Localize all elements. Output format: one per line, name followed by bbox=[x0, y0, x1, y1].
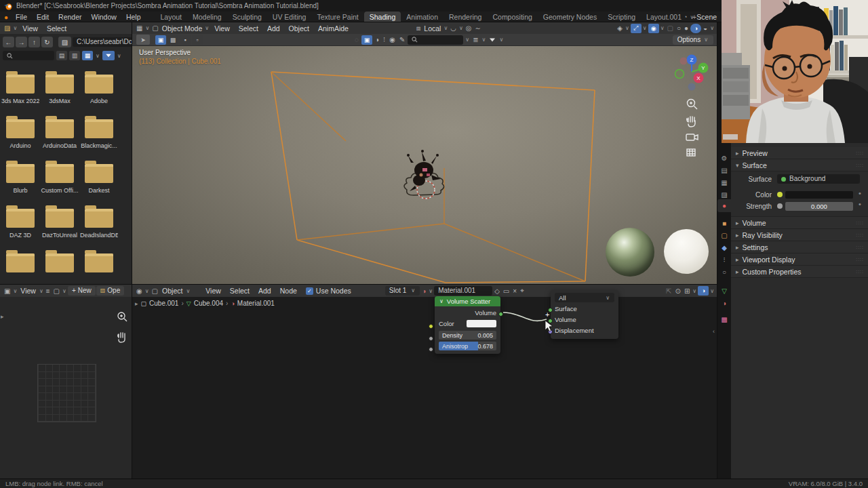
tab-geometry-nodes[interactable]: Geometry Nodes bbox=[538, 12, 602, 22]
forward-button[interactable]: → bbox=[16, 37, 27, 47]
xray-toggle-icon[interactable]: ▢ bbox=[666, 24, 675, 32]
animate-dot-icon[interactable]: • bbox=[859, 189, 861, 197]
tab-layout[interactable]: Layout bbox=[155, 12, 187, 22]
image-editor-controls[interactable] bbox=[116, 310, 128, 346]
active-tool-select-box[interactable]: ➤ bbox=[136, 35, 150, 45]
volume-output-socket[interactable] bbox=[498, 312, 503, 317]
menu-help[interactable]: Help bbox=[121, 13, 146, 21]
render-pass-icon[interactable]: ◈ bbox=[616, 24, 624, 32]
gizmos-toggle-icon[interactable]: ⤢ bbox=[631, 24, 642, 33]
shading-rendered-icon[interactable]: ◒ bbox=[702, 24, 709, 32]
editor-type-icon[interactable]: ◉ bbox=[135, 287, 144, 295]
fake-user-shield-icon[interactable]: ◇ bbox=[493, 287, 501, 295]
use-nodes-toggle[interactable]: ✓ Use Nodes bbox=[306, 287, 351, 295]
region-expand-icon[interactable]: ▸ bbox=[135, 300, 138, 307]
viewport-animaide-menu[interactable]: AnimAide bbox=[314, 24, 353, 33]
chevron-down-icon[interactable]: ∨ bbox=[95, 53, 100, 59]
viewport-navigation[interactable]: Z Y X bbox=[671, 52, 715, 160]
tab-output-icon[interactable]: ▦ bbox=[719, 177, 730, 188]
overlays-toggle-icon[interactable]: ◉ bbox=[648, 24, 659, 33]
material-icon[interactable]: ◑ bbox=[420, 287, 427, 295]
snap-node-icon[interactable]: ⊙ bbox=[674, 287, 682, 295]
menu-render[interactable]: Render bbox=[54, 13, 86, 21]
unlink-material-icon[interactable]: × bbox=[511, 287, 518, 295]
tab-render-icon[interactable]: ▤ bbox=[719, 165, 730, 176]
folder-item[interactable]: Adobe bbox=[80, 75, 118, 104]
menu-icon[interactable]: ≡ bbox=[45, 287, 52, 295]
search-input[interactable] bbox=[3, 51, 54, 60]
folder-item[interactable] bbox=[41, 253, 79, 272]
tab-rendering[interactable]: Rendering bbox=[443, 12, 487, 22]
tab-texture-icon[interactable]: ▩ bbox=[719, 314, 730, 325]
surface-shader-dropdown[interactable]: Background bbox=[777, 174, 860, 184]
tab-layout-001[interactable]: Layout.001 bbox=[641, 12, 687, 22]
open-image-button[interactable]: ▨ Ope bbox=[96, 286, 124, 296]
panel-settings[interactable]: ▸ Settings :::: bbox=[731, 241, 868, 253]
display-vertical-list-icon[interactable]: ▤ bbox=[56, 51, 67, 60]
filter-greyed-icon[interactable]: ◌ bbox=[353, 36, 360, 43]
shader-node-menu[interactable]: Node bbox=[276, 287, 301, 295]
up-button[interactable]: ↑ bbox=[28, 37, 40, 47]
folder-item[interactable]: 3ds Max 2022 bbox=[1, 75, 39, 104]
tab-modeling[interactable]: Modeling bbox=[187, 12, 227, 22]
file-browser-select-menu[interactable]: Select bbox=[43, 24, 71, 33]
tab-tool-icon[interactable]: ⚙ bbox=[719, 152, 730, 163]
zoom-icon[interactable] bbox=[688, 100, 698, 110]
filter-icon[interactable] bbox=[102, 51, 115, 60]
folder-item[interactable]: DeadIslandDE bbox=[80, 209, 118, 239]
panel-surface-header[interactable]: ▾ Surface :::: bbox=[731, 159, 868, 171]
material-output-node[interactable]: All ∨ Surface Volume Displacement bbox=[551, 290, 618, 339]
select-mode-subtract-icon[interactable]: ▪ bbox=[180, 35, 191, 45]
menu-file[interactable]: File bbox=[11, 13, 32, 21]
browse-image-icon[interactable]: ▢ bbox=[52, 287, 61, 295]
animate-dot-icon[interactable]: • bbox=[859, 200, 861, 208]
shader-add-menu[interactable]: Add bbox=[254, 287, 275, 295]
tab-shading[interactable]: Shading bbox=[364, 12, 401, 22]
editor-type-icon[interactable]: ▦ bbox=[135, 24, 144, 32]
scene-selector[interactable]: ◔ ∨ Scene bbox=[684, 12, 717, 22]
display-horizontal-list-icon[interactable]: ▥ bbox=[69, 51, 80, 60]
tab-object-data-icon[interactable]: ▽ bbox=[719, 285, 730, 296]
tab-compositing[interactable]: Compositing bbox=[487, 12, 537, 22]
output-target-dropdown[interactable]: All ∨ bbox=[555, 293, 614, 302]
panel-volume[interactable]: ▸ Volume :::: bbox=[731, 217, 868, 229]
material-name-field[interactable]: Material.001 bbox=[434, 286, 492, 296]
tab-world-icon[interactable]: ● bbox=[719, 200, 730, 211]
proportional-editing-icon[interactable]: ◎ bbox=[465, 24, 473, 32]
folder-item[interactable] bbox=[80, 253, 118, 272]
gizmo-x-negative[interactable] bbox=[680, 58, 688, 65]
toolbar-search-input[interactable] bbox=[408, 35, 463, 45]
color-input-socket[interactable] bbox=[429, 324, 433, 329]
tab-scripting[interactable]: Scripting bbox=[602, 12, 641, 22]
region-expand-icon[interactable]: ▸ bbox=[1, 313, 4, 320]
chevron-down-icon[interactable]: ∨ bbox=[498, 37, 504, 43]
orthographic-toggle-icon[interactable] bbox=[687, 149, 695, 156]
anisotropy-input-socket[interactable] bbox=[429, 347, 433, 352]
path-field[interactable]: C:\Users\seabr\Doc... bbox=[73, 37, 132, 47]
strength-slider[interactable]: 0.000 bbox=[785, 202, 853, 211]
zoom-icon[interactable] bbox=[118, 312, 127, 321]
tab-view-layer-icon[interactable]: ▨ bbox=[719, 189, 730, 200]
region-collapse-icon[interactable]: ‹ bbox=[713, 328, 715, 335]
folder-item[interactable]: DazToUnreal bbox=[41, 209, 79, 239]
pan-hand-icon[interactable] bbox=[118, 333, 125, 342]
menu-window[interactable]: Window bbox=[87, 13, 121, 21]
camera-view-icon[interactable] bbox=[686, 134, 698, 140]
panel-viewport-display[interactable]: ▸ Viewport Display :::: bbox=[731, 253, 868, 266]
folder-item[interactable]: Arduino bbox=[1, 119, 39, 149]
filter-particles-icon[interactable]: ⁝ bbox=[382, 36, 387, 43]
anisotropy-slider[interactable]: Anisotrop 0.678 bbox=[439, 342, 496, 350]
gizmo-x-axis[interactable]: X bbox=[696, 75, 701, 81]
panel-ray-visibility[interactable]: ▸ Ray Visibility :::: bbox=[731, 229, 868, 241]
pin-icon[interactable]: ⌖ bbox=[519, 287, 526, 295]
chevron-down-icon[interactable]: ∨ bbox=[117, 53, 122, 59]
filter-selected-icon[interactable]: ▣ bbox=[361, 35, 372, 45]
chevron-down-icon[interactable]: ∨ bbox=[465, 37, 470, 43]
tab-particles-icon[interactable]: ⁝ bbox=[719, 254, 730, 265]
volume-input-socket[interactable] bbox=[548, 319, 553, 323]
falloff-curve-icon[interactable]: ∼ bbox=[474, 24, 482, 32]
gizmo-y-axis[interactable]: Y bbox=[701, 65, 705, 71]
collapse-node-icon[interactable]: ∨ bbox=[439, 298, 444, 304]
select-mode-intersect-icon[interactable]: ▫ bbox=[192, 35, 203, 45]
color-swatch[interactable] bbox=[467, 320, 496, 327]
